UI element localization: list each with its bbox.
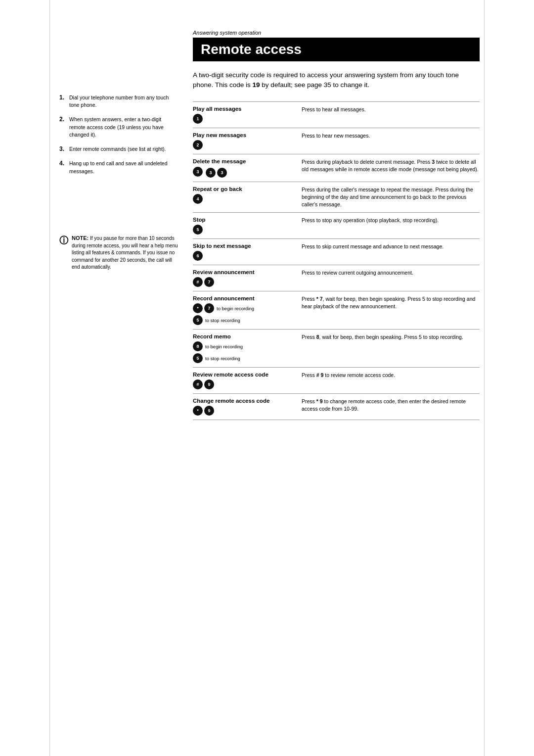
cmd-record-ann: Record announcement * 7 to begin recordi… [193, 291, 480, 330]
btn-3b: 3 [206, 168, 216, 178]
cmd-play-new-desc: Press to hear new messages. [302, 132, 480, 140]
page: 1. Dial your telephone number from any t… [0, 0, 534, 756]
stop-recording-label-memo: to stop recording [205, 356, 240, 361]
cmd-play-all-desc: Press to hear all messages. [302, 106, 480, 113]
section-header: Answering system operation [193, 30, 480, 36]
btn-5-stop: 5 [193, 225, 203, 235]
begin-recording-label-memo: to begin recording [205, 344, 243, 349]
btn-3a: 3 [193, 167, 203, 177]
cmd-repeat: Repeat or go back 4 Press during the cal… [193, 182, 480, 213]
cmd-delete: Delete the message 3 3 3 Press during pl… [193, 154, 480, 182]
cmd-review-code-left: Review remote access code # 9 [193, 372, 302, 389]
btn-hash-9a: # [193, 379, 203, 389]
step-1-number: 1. [59, 94, 67, 101]
cmd-play-all-left: Play all messages 1 [193, 106, 302, 124]
cmd-play-all: Play all messages 1 Press to hear all me… [193, 101, 480, 128]
btn-5-memo: 5 [193, 353, 203, 363]
cmd-delete-icons: 3 3 3 [193, 166, 297, 178]
btn-star-9: * [193, 406, 203, 416]
cmd-record-ann-desc: Press * 7, wait for beep, then begin spe… [302, 295, 480, 310]
step-3-number: 3. [59, 145, 67, 152]
intro-paragraph: A two-digit security code is required to… [193, 70, 480, 91]
cmd-repeat-icons: 4 [193, 194, 297, 204]
cmd-play-new: Play new messages 2 Press to hear new me… [193, 128, 480, 154]
btn-2: 2 [193, 140, 203, 150]
cmd-review-code-name: Review remote access code [193, 372, 297, 378]
cmd-record-memo: Record memo 8 to begin recording 5 to st… [193, 330, 480, 368]
cmd-review-ann-desc: Press to review current outgoing announc… [302, 269, 480, 277]
cmd-stop-icons: 5 [193, 225, 297, 235]
left-column: 1. Dial your telephone number from any t… [59, 30, 178, 271]
step-3: 3. Enter remote commands (see list at ri… [59, 145, 178, 153]
cmd-skip-icons: 6 [193, 251, 297, 261]
btn-hash-7a: # [193, 277, 203, 287]
cmd-record-ann-left: Record announcement * 7 to begin recordi… [193, 295, 302, 325]
cmd-repeat-name: Repeat or go back [193, 186, 297, 192]
step-4-text: Hang up to end call and save all undelet… [69, 160, 178, 175]
cmd-review-ann-left: Review announcement # 7 [193, 269, 302, 287]
cmd-change-code-desc: Press * 9 to change remote access code, … [302, 398, 480, 413]
cmd-skip: Skip to next message 6 Press to skip cur… [193, 239, 480, 265]
step-3-text: Enter remote commands (see list at right… [69, 145, 166, 153]
step-4: 4. Hang up to end call and save all unde… [59, 160, 178, 175]
cmd-stop-left: Stop 5 [193, 217, 302, 235]
cmd-delete-left: Delete the message 3 3 3 [193, 158, 302, 178]
cmd-review-ann-name: Review announcement [193, 269, 297, 275]
btn-star-7: * [193, 303, 203, 313]
right-margin-line [484, 0, 485, 756]
cmd-play-new-left: Play new messages 2 [193, 132, 302, 150]
cmd-change-code-name: Change remote access code [193, 398, 297, 404]
cmd-review-ann-icons: # 7 [193, 277, 297, 287]
btn-4: 4 [193, 194, 203, 204]
begin-recording-label: to begin recording [217, 306, 254, 311]
cmd-play-all-name: Play all messages [193, 106, 297, 112]
step-2: 2. When system answers, enter a two-digi… [59, 116, 178, 139]
note-box: ⓘ NOTE: If you pause for more than 10 se… [59, 235, 178, 271]
btn-3c: 3 [217, 168, 227, 178]
btn-9a: 9 [204, 379, 214, 389]
btn-6: 6 [193, 251, 203, 261]
cmd-play-new-icons: 2 [193, 140, 297, 150]
cmd-record-memo-desc: Press 8, wait for beep, then begin speak… [302, 333, 480, 341]
cmd-record-ann-name: Record announcement [193, 295, 297, 301]
stop-recording-label: to stop recording [205, 318, 240, 323]
cmd-record-memo-icons-begin: 8 to begin recording [193, 341, 297, 351]
cmd-review-code: Review remote access code # 9 Press # 9 … [193, 368, 480, 394]
step-4-number: 4. [59, 160, 67, 167]
btn-1: 1 [193, 114, 203, 124]
step-1: 1. Dial your telephone number from any t… [59, 94, 178, 109]
cmd-review-ann: Review announcement # 7 Press to review … [193, 265, 480, 291]
cmd-change-code: Change remote access code * 9 Press * 9 … [193, 394, 480, 420]
cmd-delete-desc: Press during playback to delete current … [302, 158, 480, 173]
info-icon: ⓘ [59, 235, 69, 246]
btn-9b: 9 [204, 406, 214, 416]
cmd-change-code-left: Change remote access code * 9 [193, 398, 302, 416]
cmd-record-memo-left: Record memo 8 to begin recording 5 to st… [193, 333, 302, 363]
cmd-skip-left: Skip to next message 6 [193, 243, 302, 261]
cmd-review-code-desc: Press # 9 to review remote access code. [302, 372, 480, 379]
note-text: NOTE: If you pause for more than 10 seco… [72, 235, 178, 271]
step-2-number: 2. [59, 116, 67, 123]
btn-8: 8 [193, 341, 203, 351]
cmd-change-code-icons: * 9 [193, 406, 297, 416]
cmd-play-new-name: Play new messages [193, 132, 297, 138]
cmd-stop-name: Stop [193, 217, 297, 223]
cmd-delete-name: Delete the message [193, 158, 297, 164]
btn-7a: 7 [204, 277, 214, 287]
step-2-text: When system answers, enter a two-digit r… [69, 116, 178, 139]
cmd-review-code-icons: # 9 [193, 379, 297, 389]
cmd-repeat-desc: Press during the caller's message to rep… [302, 186, 480, 209]
cmd-skip-name: Skip to next message [193, 243, 297, 249]
cmd-record-ann-icons-stop: 5 to stop recording [193, 315, 297, 325]
cmd-record-memo-icons-stop: 5 to stop recording [193, 353, 297, 363]
page-title: Remote access [193, 38, 480, 61]
command-table: Play all messages 1 Press to hear all me… [193, 101, 480, 421]
right-column: Answering system operation Remote access… [193, 30, 480, 420]
cmd-stop-desc: Press to stop any operation (stop playba… [302, 217, 480, 224]
btn-7b: 7 [204, 303, 214, 313]
cmd-repeat-left: Repeat or go back 4 [193, 186, 302, 204]
left-margin-line [49, 0, 50, 756]
cmd-stop: Stop 5 Press to stop any operation (stop… [193, 213, 480, 239]
step-1-text: Dial your telephone number from any touc… [69, 94, 178, 109]
cmd-record-ann-icons-begin: * 7 to begin recording [193, 303, 297, 313]
